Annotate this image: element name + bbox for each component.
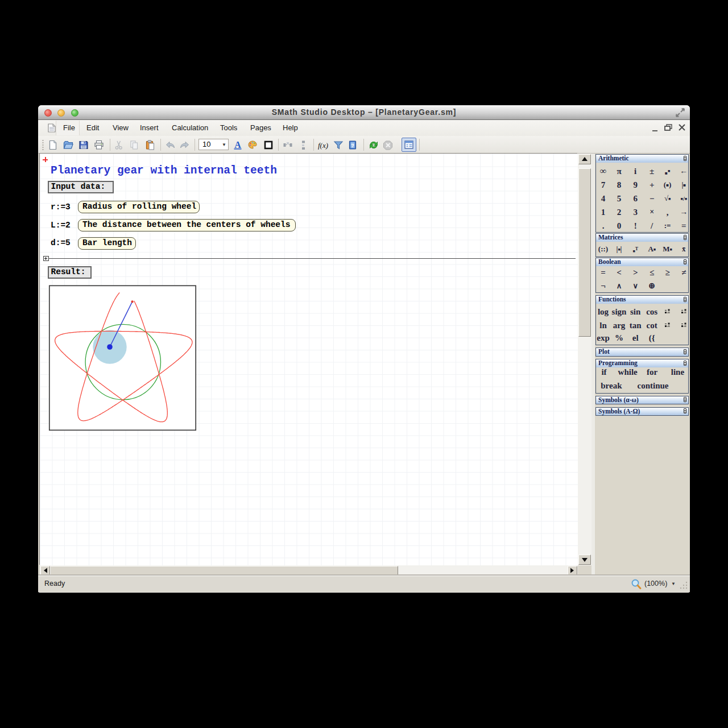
svg-text:f(x): f(x) [318, 141, 328, 150]
svg-text:A: A [234, 140, 241, 150]
svg-text:?: ? [351, 143, 354, 148]
